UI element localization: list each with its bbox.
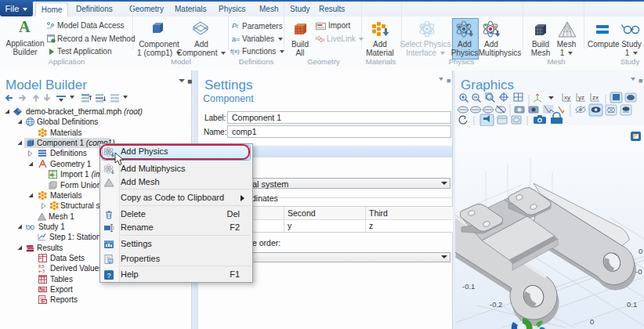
svg-text:0: 0 — [590, 317, 594, 326]
svg-text:zx: zx — [592, 94, 599, 101]
svg-text:-0: -0 — [635, 267, 642, 276]
svg-text:e-3: e-3 — [38, 269, 45, 273]
svg-text:-0.1: -0.1 — [462, 282, 475, 291]
svg-text:xy: xy — [564, 94, 570, 101]
svg-text:0.1: 0.1 — [627, 300, 637, 309]
svg-text:yz: yz — [578, 94, 584, 101]
svg-text:0: 0 — [639, 247, 642, 255]
svg-text:-0.2: -0.2 — [490, 300, 502, 309]
